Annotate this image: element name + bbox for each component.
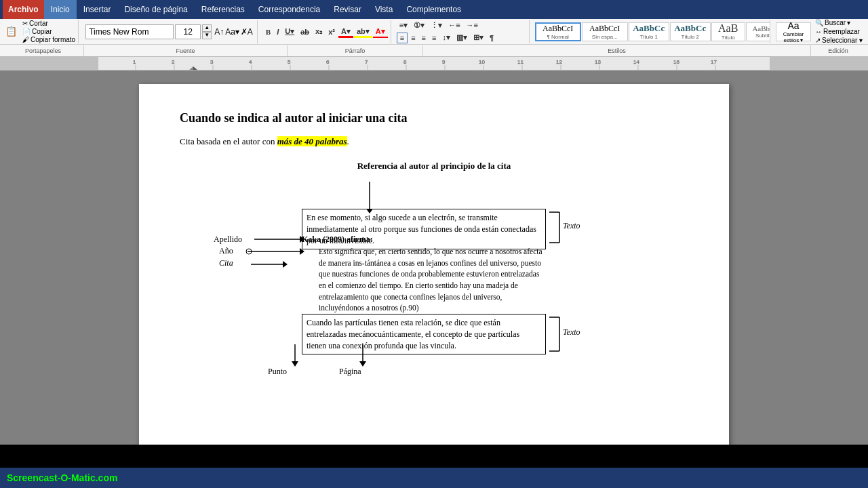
copy-button[interactable]: 📄 Copiar	[22, 28, 75, 35]
highlight-button[interactable]: ab▾	[354, 26, 372, 38]
menu-revisar[interactable]: Revisar	[327, 0, 368, 19]
borders-button[interactable]: ⊞▾	[471, 33, 486, 43]
style-titulo2-preview: AaBbCc	[674, 23, 706, 34]
citation-intro: Kaka (2009) afirma:	[302, 235, 373, 245]
style-subtitulo-preview: AaBbCc.	[752, 24, 770, 33]
style-subtitulo[interactable]: AaBbCc. Subtítulo	[746, 22, 770, 41]
conclusion-text: Cuando las partículas tienen esta relaci…	[302, 314, 546, 354]
clear-all-format-icon[interactable]: ✗A	[241, 27, 253, 37]
parrafo-label: Párrafo	[288, 45, 423, 56]
menu-bar: Archivo Inicio Insertar Diseño de página…	[0, 0, 868, 19]
clear-format-icon[interactable]: A↑	[214, 27, 224, 37]
style-titulo2[interactable]: AaBbCc Título 2	[670, 22, 711, 41]
reemplazar-button[interactable]: ↔ Reemplazar	[815, 28, 863, 35]
italic-button[interactable]: I	[274, 27, 281, 37]
style-titulo-preview: AaB	[718, 22, 738, 35]
increase-indent-button[interactable]: →≡	[464, 20, 481, 30]
menu-referencias[interactable]: Referencias	[195, 0, 252, 19]
anio-label: Año	[219, 246, 233, 256]
style-titulo[interactable]: AaB Título	[711, 22, 745, 41]
cambiar-estilos-button[interactable]: Aa Cambiarestilos ▾	[776, 22, 811, 41]
align-left-button[interactable]: ≡	[397, 33, 408, 43]
font-name-input[interactable]	[85, 24, 174, 39]
multilevel-list-button[interactable]: ⋮▾	[428, 20, 445, 30]
svg-text:2: 2	[172, 59, 175, 65]
style-normal[interactable]: AaBbCcI ¶ Normal	[535, 22, 581, 41]
bottom-bar: Screencast-O-Matic.com	[0, 468, 868, 488]
font-size-up[interactable]: ▲	[202, 24, 212, 32]
menu-insertar[interactable]: Insertar	[77, 0, 118, 19]
screencast-label: Screencast-O-Matic.com	[7, 472, 117, 483]
show-marks-button[interactable]: ¶	[487, 33, 496, 43]
svg-text:9: 9	[442, 59, 446, 65]
svg-text:14: 14	[633, 59, 639, 65]
menu-inicio[interactable]: Inicio	[44, 0, 77, 19]
svg-text:8: 8	[403, 59, 407, 65]
svg-text:4: 4	[249, 59, 252, 65]
format-button[interactable]: 🖌 Copiar formato	[22, 36, 75, 43]
clipboard-icon: 📋	[5, 26, 17, 37]
svg-text:6: 6	[326, 59, 330, 65]
superscript-button[interactable]: x²	[326, 27, 338, 37]
font-size-down[interactable]: ▼	[202, 32, 212, 39]
align-center-button[interactable]: ≡	[408, 33, 418, 43]
style-titulo-label: Título	[722, 35, 735, 41]
diagram-heading: Referencia al autor al principio de la c…	[180, 161, 688, 171]
menu-archivo[interactable]: Archivo	[3, 0, 44, 19]
svg-rect-2	[770, 57, 868, 70]
numbered-list-button[interactable]: ①▾	[411, 20, 427, 30]
svg-text:10: 10	[479, 59, 485, 65]
svg-text:11: 11	[517, 59, 524, 65]
font-size-input[interactable]	[175, 24, 201, 39]
subscript-button[interactable]: x₂	[313, 26, 325, 37]
svg-text:13: 13	[595, 59, 601, 65]
menu-complementos[interactable]: Complementos	[399, 0, 468, 19]
style-normal-preview: AaBbCcI	[542, 24, 573, 34]
bold-button[interactable]: B	[263, 27, 273, 37]
estilos-label: Estilos	[423, 45, 811, 56]
text-color-button[interactable]: A▾	[373, 26, 388, 38]
ruler: 1 2 3 4 5 6 7 8 9 10 11 12 13 14 16 17	[0, 57, 868, 70]
document-area: Cuando se indica al autor al iniciar una…	[0, 70, 868, 445]
style-normal-label: ¶ Normal	[547, 34, 569, 40]
style-titulo1-preview: AaBbCc	[633, 23, 665, 34]
style-subtitulo-label: Subtítulo	[755, 33, 770, 39]
list-button[interactable]: ≡▾	[397, 20, 410, 30]
apellido-label: Apellido	[214, 235, 242, 245]
style-sin-espacio-preview: AaBbCcI	[589, 24, 620, 34]
svg-marker-45	[283, 261, 288, 268]
font-color-button[interactable]: A▾	[338, 26, 353, 38]
document-page[interactable]: Cuando se indica al autor al iniciar una…	[139, 84, 729, 445]
seleccionar-button[interactable]: ↗ Seleccionar ▾	[815, 37, 863, 44]
style-sin-espacio[interactable]: AaBbCcI Sin espa...	[582, 22, 628, 41]
align-right-button[interactable]: ≡	[419, 33, 429, 43]
replace-icon: ↔	[815, 28, 822, 35]
cut-button[interactable]: ✂ Cortar	[22, 20, 75, 27]
strikethrough-button[interactable]: ab	[298, 27, 312, 37]
svg-marker-49	[359, 361, 366, 367]
menu-vista[interactable]: Vista	[368, 0, 399, 19]
menu-diseno[interactable]: Diseño de página	[117, 0, 194, 19]
underline-button[interactable]: U▾	[282, 26, 297, 37]
shading-button[interactable]: ▥▾	[454, 33, 470, 43]
clipboard-section: 📋 ✂ Cortar 📄 Copiar 🖌 Copiar formato	[3, 20, 79, 43]
svg-text:1: 1	[133, 59, 136, 65]
doc-title: Cuando se indica al autor al iniciar una…	[180, 111, 688, 125]
portapapeles-label: Portapapeles	[3, 45, 84, 56]
texto-label-bottom: Texto	[563, 327, 580, 338]
line-spacing-button[interactable]: ↕▾	[439, 33, 453, 43]
buscar-button[interactable]: 🔍 Buscar ▾	[815, 19, 863, 26]
menu-correspondencia[interactable]: Correspondencia	[252, 0, 327, 19]
svg-text:12: 12	[556, 59, 562, 65]
style-titulo2-label: Título 2	[681, 34, 699, 40]
change-case-icon[interactable]: Aa▾	[225, 27, 239, 37]
edicion-label: Edición	[811, 45, 865, 56]
search-icon: 🔍	[815, 19, 823, 26]
style-titulo1[interactable]: AaBbCc Título 1	[629, 22, 669, 41]
justify-button[interactable]: ≡	[429, 33, 439, 43]
svg-text:5: 5	[288, 59, 291, 65]
highlighted-text: más de 40 palabras	[277, 136, 347, 146]
svg-point-42	[246, 249, 252, 254]
decrease-indent-button[interactable]: ←≡	[446, 20, 462, 30]
punto-label: Punto	[268, 367, 287, 377]
